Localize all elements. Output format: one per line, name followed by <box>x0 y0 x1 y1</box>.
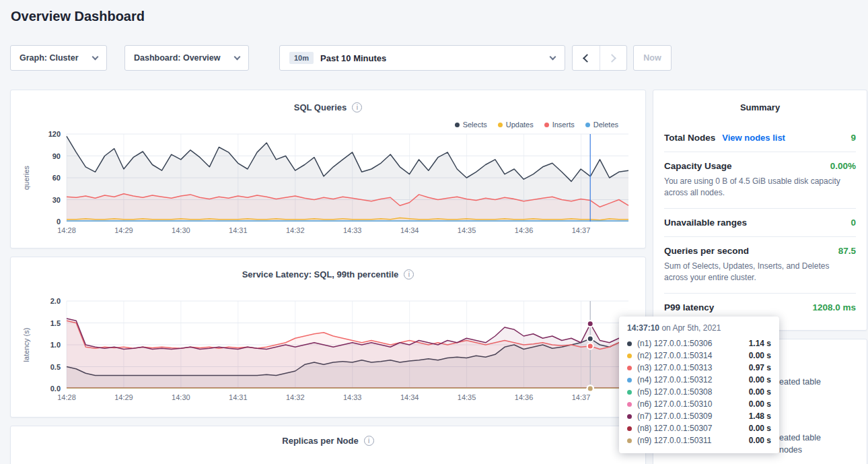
node-color-dot <box>627 414 632 419</box>
legend-label: Deletes <box>593 121 618 129</box>
svg-text:14:36: 14:36 <box>515 393 534 401</box>
svg-text:14:31: 14:31 <box>229 393 248 401</box>
sql-queries-panel: SQL Queries i SelectsUpdatesInsertsDelet… <box>10 90 646 248</box>
node-latency-value: 0.00 s <box>749 351 771 360</box>
service-latency-panel: Service Latency: SQL, 99th percentile i … <box>10 257 646 418</box>
page-title: Overview Dashboard <box>11 9 145 24</box>
tooltip-node-row: (n7) 127.0.0.1:503091.48 s <box>627 410 771 422</box>
node-latency-value: 0.00 s <box>749 436 771 445</box>
tooltip-rows: (n1) 127.0.0.1:503061.14 s(n2) 127.0.0.1… <box>627 337 771 446</box>
dashboard-dropdown-label: Dashboard: Overview <box>134 53 221 63</box>
svg-text:1.5: 1.5 <box>50 319 61 327</box>
now-button-label: Now <box>643 53 661 63</box>
chevron-left-icon <box>583 54 591 63</box>
svg-text:60: 60 <box>52 174 61 182</box>
info-icon[interactable]: i <box>404 269 414 279</box>
summary-panel: Summary Total NodesView nodes list9Capac… <box>653 90 867 331</box>
sql-queries-chart[interactable]: 14:2814:2914:3014:3114:3214:3314:3414:35… <box>11 129 646 239</box>
summary-label: Capacity Usage <box>664 161 732 171</box>
svg-text:14:33: 14:33 <box>343 226 362 234</box>
event-item-fragment[interactable]: eated table <box>779 377 821 387</box>
svg-text:120: 120 <box>48 130 61 138</box>
latency-svg[interactable]: 14:2814:2914:3014:3114:3214:3314:3414:35… <box>11 294 646 407</box>
event-item-fragment[interactable]: eated table <box>779 433 821 442</box>
svg-text:14:32: 14:32 <box>286 393 305 401</box>
sql-queries-title-row: SQL Queries i <box>11 90 645 112</box>
node-address: (n3) 127.0.0.1:50313 <box>637 363 749 372</box>
summary-row-capacity-usage: Capacity Usage0.00% <box>664 161 856 171</box>
svg-text:14:30: 14:30 <box>172 226 190 234</box>
chevron-down-icon <box>92 53 99 60</box>
svg-text:14:30: 14:30 <box>172 393 190 401</box>
legend-item-selects[interactable]: Selects <box>455 121 487 129</box>
svg-text:14:28: 14:28 <box>57 393 76 401</box>
time-range-selector[interactable]: 10m Past 10 Minutes <box>279 45 565 71</box>
replicas-title: Replicas per Node <box>282 436 358 446</box>
info-icon[interactable]: i <box>352 102 362 112</box>
graph-dropdown-label: Graph: Cluster <box>20 53 79 63</box>
time-range-label: Past 10 Minutes <box>320 53 386 63</box>
svg-text:14:34: 14:34 <box>400 226 419 234</box>
legend-item-deletes[interactable]: Deletes <box>585 121 618 129</box>
divider <box>664 236 856 237</box>
summary-label: Queries per second <box>664 246 749 256</box>
node-color-dot <box>627 438 632 443</box>
node-address: (n8) 127.0.0.1:50307 <box>637 424 749 433</box>
dashboard-dropdown[interactable]: Dashboard: Overview <box>124 45 249 71</box>
chevron-down-icon <box>550 53 556 60</box>
info-icon[interactable]: i <box>364 436 374 446</box>
svg-text:14:32: 14:32 <box>286 226 305 234</box>
chevron-right-icon <box>608 54 616 63</box>
service-latency-chart[interactable]: 14:2814:2914:3014:3114:3214:3314:3414:35… <box>11 294 646 407</box>
graph-dropdown[interactable]: Graph: Cluster <box>10 45 107 71</box>
legend-label: Selects <box>463 121 487 129</box>
svg-text:14:35: 14:35 <box>458 226 476 234</box>
next-time-button[interactable] <box>600 46 627 70</box>
divider <box>664 293 856 294</box>
tooltip-node-row: (n5) 127.0.0.1:503080.00 s <box>627 386 771 398</box>
node-color-dot <box>627 378 632 383</box>
legend-label: Updates <box>506 121 534 129</box>
replicas-title-row: Replicas per Node i <box>11 426 645 446</box>
tooltip-node-row: (n6) 127.0.0.1:503100.00 s <box>627 398 771 410</box>
svg-text:90: 90 <box>52 152 61 160</box>
svg-text:2.0: 2.0 <box>50 297 61 305</box>
tooltip-node-row: (n8) 127.0.0.1:503070.00 s <box>627 422 771 434</box>
summary-row-unavailable-ranges: Unavailable ranges0 <box>664 218 856 228</box>
now-button[interactable]: Now <box>633 45 672 71</box>
tooltip-time: 14:37:10 <box>627 323 659 333</box>
summary-value: 87.5 <box>838 246 856 256</box>
node-address: (n4) 127.0.0.1:50312 <box>637 375 749 385</box>
view-nodes-list-link[interactable]: View nodes list <box>722 133 785 143</box>
sql-queries-title: SQL Queries <box>294 102 347 112</box>
svg-text:30: 30 <box>52 196 61 204</box>
node-latency-value: 0.00 s <box>749 375 771 385</box>
summary-subtext: Sum of Selects, Updates, Inserts, and De… <box>664 261 855 284</box>
summary-row-total-nodes: Total NodesView nodes list9 <box>664 133 856 143</box>
summary-subtext: You are using 0 B of 4.5 GiB usable disk… <box>664 176 855 199</box>
svg-text:14:36: 14:36 <box>515 226 534 234</box>
summary-label: Unavailable ranges <box>664 218 747 228</box>
summary-value: 0 <box>851 218 856 228</box>
legend-dot <box>498 123 503 127</box>
legend-item-inserts[interactable]: Inserts <box>544 121 575 129</box>
node-color-dot <box>627 366 632 370</box>
event-item-fragment[interactable]: nodes <box>779 445 802 455</box>
summary-row-p99-latency: P99 latency1208.0 ms <box>664 302 856 312</box>
service-latency-title: Service Latency: SQL, 99th percentile <box>242 269 399 279</box>
node-latency-value: 0.00 s <box>749 424 771 433</box>
tooltip-node-row: (n9) 127.0.0.1:503110.00 s <box>627 434 771 446</box>
tooltip-date: on Apr 5th, 2021 <box>659 323 721 333</box>
node-color-dot <box>627 390 632 395</box>
node-color-dot <box>627 341 632 346</box>
legend-item-updates[interactable]: Updates <box>498 121 534 129</box>
svg-text:14:35: 14:35 <box>458 393 476 401</box>
sql-queries-svg[interactable]: 14:2814:2914:3014:3114:3214:3314:3414:35… <box>11 129 646 239</box>
node-latency-value: 1.48 s <box>749 411 771 421</box>
tooltip-node-row: (n1) 127.0.0.1:503061.14 s <box>627 337 771 350</box>
chevron-down-icon <box>234 53 241 60</box>
legend-dot <box>455 123 460 127</box>
divider <box>664 152 856 152</box>
node-address: (n5) 127.0.0.1:50308 <box>637 387 749 397</box>
prev-time-button[interactable] <box>573 46 600 70</box>
